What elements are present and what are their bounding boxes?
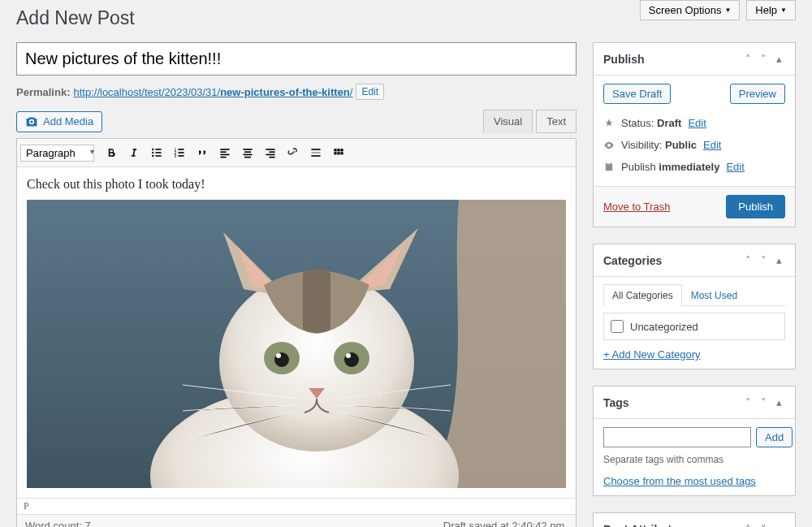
chevron-down-icon: ▼ xyxy=(780,6,787,14)
post-attributes-box: Post Attributes ˄ ˅ ▴ xyxy=(593,512,796,527)
svg-rect-18 xyxy=(243,154,252,156)
svg-rect-32 xyxy=(340,152,343,154)
svg-point-0 xyxy=(152,149,153,150)
tags-hint: Separate tags with commas xyxy=(603,454,785,465)
edit-publish-date-link[interactable]: Edit xyxy=(726,161,744,173)
editor-body[interactable]: Check out this photo I took today! xyxy=(17,167,576,498)
screen-options-button[interactable]: Screen Options ▼ xyxy=(640,0,741,20)
draft-saved-time: Draft saved at 2:40:42 pm. xyxy=(443,520,568,527)
help-button[interactable]: Help ▼ xyxy=(746,0,796,20)
save-draft-button[interactable]: Save Draft xyxy=(603,84,671,104)
svg-rect-19 xyxy=(244,157,251,158)
align-right-button[interactable] xyxy=(260,142,281,163)
svg-rect-15 xyxy=(220,157,226,158)
format-select[interactable]: Paragraph xyxy=(20,145,94,162)
box-toggle-icon[interactable]: ▴ xyxy=(773,51,785,67)
camera-icon xyxy=(25,115,38,128)
svg-rect-25 xyxy=(311,152,320,153)
bullet-list-button[interactable] xyxy=(146,142,167,163)
svg-point-41 xyxy=(346,353,351,358)
post-attributes-title: Post Attributes xyxy=(603,523,685,528)
box-order-up-icon[interactable]: ˄ xyxy=(742,521,754,527)
word-count: Word count: 7 xyxy=(25,520,91,527)
move-to-trash-link[interactable]: Move to Trash xyxy=(603,201,670,213)
insert-more-button[interactable] xyxy=(305,142,326,163)
box-order-up-icon[interactable]: ˄ xyxy=(742,51,754,67)
svg-rect-14 xyxy=(220,154,229,156)
italic-button[interactable] xyxy=(123,142,145,163)
tags-input[interactable] xyxy=(603,427,751,447)
edit-status-link[interactable]: Edit xyxy=(688,117,706,129)
box-toggle-icon[interactable]: ▴ xyxy=(773,521,785,527)
tab-all-categories[interactable]: All Categories xyxy=(603,284,682,306)
add-media-button[interactable]: Add Media xyxy=(16,111,102,132)
svg-point-1 xyxy=(152,152,153,153)
publish-box-title: Publish xyxy=(603,53,645,66)
box-order-down-icon[interactable]: ˅ xyxy=(758,51,770,67)
quote-button[interactable] xyxy=(192,142,213,163)
svg-point-40 xyxy=(276,353,281,358)
element-path: P xyxy=(17,498,576,514)
box-order-up-icon[interactable]: ˄ xyxy=(742,253,754,268)
chevron-down-icon: ▼ xyxy=(724,6,731,14)
add-tag-button[interactable]: Add xyxy=(756,427,793,447)
add-new-category-link[interactable]: + Add New Category xyxy=(603,348,701,361)
svg-rect-26 xyxy=(311,155,320,157)
svg-rect-29 xyxy=(340,149,343,151)
svg-rect-22 xyxy=(266,154,274,156)
svg-rect-31 xyxy=(337,152,339,154)
edit-visibility-link[interactable]: Edit xyxy=(703,139,721,151)
toolbar-toggle-button[interactable] xyxy=(328,142,349,163)
post-title-input[interactable] xyxy=(16,42,577,76)
svg-rect-17 xyxy=(244,151,251,153)
permalink-label: Permalink: xyxy=(16,86,70,98)
svg-rect-5 xyxy=(155,155,161,157)
svg-rect-27 xyxy=(334,149,336,151)
svg-rect-28 xyxy=(337,149,339,151)
preview-button[interactable]: Preview xyxy=(730,84,785,104)
align-left-button[interactable] xyxy=(214,142,235,163)
post-image[interactable] xyxy=(27,200,566,488)
svg-rect-24 xyxy=(311,149,320,150)
svg-rect-12 xyxy=(220,149,229,150)
box-order-down-icon[interactable]: ˅ xyxy=(758,521,770,527)
svg-rect-20 xyxy=(266,149,274,150)
publish-box: Publish ˄ ˅ ▴ Save Draft Preview Status:… xyxy=(593,42,796,227)
box-toggle-icon[interactable]: ▴ xyxy=(773,253,785,268)
align-center-button[interactable] xyxy=(237,142,258,163)
categories-box: Categories ˄ ˅ ▴ All Categories Most Use… xyxy=(593,244,796,369)
tab-most-used[interactable]: Most Used xyxy=(682,284,746,306)
numbered-list-button[interactable]: 123 xyxy=(169,142,190,163)
tab-text[interactable]: Text xyxy=(536,110,577,133)
svg-rect-23 xyxy=(269,157,274,158)
box-order-down-icon[interactable]: ˅ xyxy=(758,395,770,410)
pin-icon xyxy=(603,118,615,129)
link-button[interactable] xyxy=(283,142,304,163)
bold-button[interactable] xyxy=(101,142,122,163)
editor-toolbar: Paragraph 123 xyxy=(17,139,576,167)
svg-rect-21 xyxy=(269,151,274,153)
categories-box-title: Categories xyxy=(603,254,662,267)
box-order-up-icon[interactable]: ˄ xyxy=(742,395,754,410)
box-order-down-icon[interactable]: ˅ xyxy=(758,253,770,268)
edit-slug-button[interactable]: Edit xyxy=(356,84,384,100)
svg-point-2 xyxy=(152,155,153,157)
svg-rect-16 xyxy=(243,149,252,150)
svg-rect-13 xyxy=(220,151,226,153)
visibility-icon xyxy=(603,140,615,151)
category-item[interactable]: Uncategorized xyxy=(611,320,778,333)
tags-box: Tags ˄ ˅ ▴ Add Separate tags with commas… xyxy=(593,386,796,496)
permalink-link[interactable]: http://localhost/test/2023/03/31/new-pic… xyxy=(73,86,352,98)
editor-paragraph: Check out this photo I took today! xyxy=(27,177,566,192)
calendar-icon xyxy=(603,162,615,173)
tab-visual[interactable]: Visual xyxy=(483,110,533,133)
svg-text:3: 3 xyxy=(175,154,177,158)
publish-button[interactable]: Publish xyxy=(726,195,785,218)
svg-rect-3 xyxy=(155,149,161,150)
svg-rect-4 xyxy=(155,152,161,153)
choose-tags-link[interactable]: Choose from the most used tags xyxy=(603,475,756,487)
svg-rect-9 xyxy=(178,149,184,150)
category-checkbox[interactable] xyxy=(611,320,624,333)
svg-rect-30 xyxy=(334,152,336,154)
box-toggle-icon[interactable]: ▴ xyxy=(773,395,785,410)
